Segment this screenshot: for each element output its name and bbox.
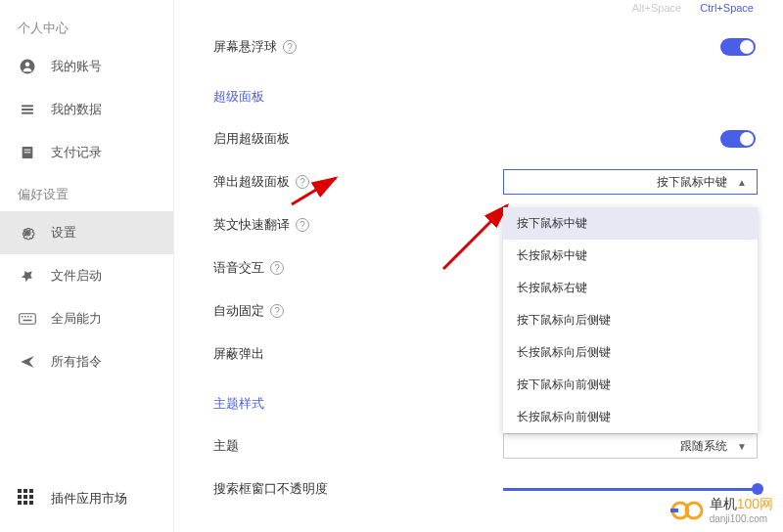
data-icon — [18, 100, 37, 119]
dropdown-option[interactable]: 按下鼠标向前侧键 — [503, 369, 758, 401]
svg-rect-12 — [27, 316, 29, 318]
shortcut-hints: Alt+Space Ctrl+Space — [632, 2, 754, 14]
super-panel-section: 超级面板 — [213, 88, 763, 106]
chevron-up-icon: ▲ — [737, 177, 747, 188]
popup-super-panel-label: 弹出超级面板 — [213, 173, 290, 191]
svg-rect-21 — [18, 501, 22, 505]
svg-rect-9 — [20, 314, 36, 325]
sidebar-item-label: 所有指令 — [51, 353, 102, 371]
gear-icon — [18, 223, 37, 243]
floating-ball-toggle[interactable] — [720, 38, 756, 56]
floating-ball-label: 屏幕悬浮球 — [213, 38, 277, 56]
help-icon[interactable]: ? — [270, 304, 284, 318]
svg-point-1 — [25, 63, 30, 67]
logo-icon — [670, 499, 704, 522]
svg-rect-14 — [23, 320, 32, 322]
svg-rect-16 — [23, 489, 27, 493]
watermark-url: danji100.com — [710, 513, 773, 524]
sidebar-item-label: 全局能力 — [51, 310, 102, 328]
sidebar-item-label: 我的账号 — [51, 58, 102, 75]
plugin-market[interactable]: 插件应用市场 — [0, 477, 174, 520]
svg-rect-23 — [29, 501, 33, 505]
sidebar-item-data[interactable]: 我的数据 — [0, 88, 173, 131]
dropdown-option[interactable]: 长按鼠标右键 — [503, 272, 758, 304]
svg-rect-3 — [22, 109, 33, 111]
dropdown-option[interactable]: 长按鼠标向前侧键 — [503, 401, 758, 433]
screen-popup-label: 屏蔽弹出 — [213, 345, 264, 363]
svg-point-8 — [25, 231, 30, 236]
setting-popup-super-panel: 弹出超级面板? 按下鼠标中键 ▲ — [213, 160, 763, 203]
svg-rect-2 — [22, 105, 33, 107]
help-icon[interactable]: ? — [270, 261, 284, 275]
setting-floating-ball: 屏幕悬浮球? — [213, 25, 763, 68]
receipt-icon — [18, 143, 37, 162]
svg-rect-15 — [18, 489, 22, 493]
alt-shortcut: Alt+Space — [632, 2, 681, 14]
dropdown-option[interactable]: 按下鼠标向后侧键 — [503, 304, 758, 336]
rocket-icon — [18, 266, 37, 286]
chevron-down-icon: ▼ — [737, 441, 747, 452]
watermark-brand: 单机100网 — [710, 496, 773, 513]
enable-super-panel-label: 启用超级面板 — [213, 130, 290, 148]
keyboard-icon — [18, 309, 37, 329]
plugin-market-label: 插件应用市场 — [51, 490, 127, 508]
search-opacity-label: 搜索框窗口不透明度 — [213, 480, 328, 498]
apps-icon — [18, 489, 37, 509]
help-icon[interactable]: ? — [283, 40, 297, 54]
section-preferences: 偏好设置 — [0, 174, 173, 211]
sidebar-item-global[interactable]: 全局能力 — [0, 297, 173, 340]
voice-interact-label: 语音交互 — [213, 259, 264, 277]
send-icon — [18, 352, 37, 372]
sidebar: 个人中心 我的账号 我的数据 支付记录 偏好设置 设置 文件启动 全局能力 所有 — [0, 0, 174, 532]
sidebar-item-label: 设置 — [51, 224, 76, 242]
sidebar-item-settings[interactable]: 设置 — [0, 211, 173, 254]
svg-rect-17 — [29, 489, 33, 493]
ctrl-shortcut: Ctrl+Space — [700, 2, 754, 14]
opacity-slider[interactable] — [503, 488, 758, 491]
content-area: Alt+Space Ctrl+Space 屏幕悬浮球? 超级面板 启用超级面板 … — [174, 0, 783, 532]
quick-translate-label: 英文快速翻译 — [213, 216, 290, 234]
popup-trigger-dropdown[interactable]: 按下鼠标中键 ▲ — [503, 169, 758, 195]
svg-rect-19 — [23, 495, 27, 499]
dropdown-menu: 按下鼠标中键 长按鼠标中键 长按鼠标右键 按下鼠标向后侧键 长按鼠标向后侧键 按… — [503, 207, 758, 433]
theme-dropdown[interactable]: 跟随系统 ▼ — [503, 433, 758, 459]
svg-rect-10 — [22, 316, 23, 318]
svg-rect-7 — [24, 152, 31, 153]
watermark: 单机100网 danji100.com — [670, 496, 773, 524]
svg-rect-11 — [24, 316, 26, 318]
sidebar-item-label: 支付记录 — [51, 144, 102, 161]
help-icon[interactable]: ? — [296, 218, 309, 232]
sidebar-item-account[interactable]: 我的账号 — [0, 45, 173, 88]
auto-fixed-label: 自动固定 — [213, 302, 264, 320]
setting-enable-super-panel: 启用超级面板 — [213, 117, 763, 160]
dropdown-option[interactable]: 长按鼠标向后侧键 — [503, 336, 758, 369]
help-icon[interactable]: ? — [296, 175, 309, 189]
sidebar-item-label: 我的数据 — [51, 101, 102, 118]
dropdown-option[interactable]: 按下鼠标中键 — [503, 207, 758, 240]
enable-super-panel-toggle[interactable] — [720, 130, 756, 148]
sidebar-item-file-launch[interactable]: 文件启动 — [0, 254, 173, 297]
sidebar-item-label: 文件启动 — [51, 267, 102, 285]
dropdown-selected: 跟随系统 — [680, 438, 727, 455]
dropdown-selected: 按下鼠标中键 — [657, 174, 727, 191]
svg-rect-6 — [24, 150, 31, 151]
svg-rect-30 — [670, 509, 678, 512]
svg-rect-4 — [22, 112, 33, 114]
sidebar-item-commands[interactable]: 所有指令 — [0, 340, 173, 383]
account-icon — [18, 57, 37, 76]
sidebar-item-payment[interactable]: 支付记录 — [0, 131, 173, 174]
svg-rect-22 — [23, 501, 27, 505]
svg-rect-20 — [29, 495, 33, 499]
dropdown-option[interactable]: 长按鼠标中键 — [503, 240, 758, 272]
svg-rect-18 — [18, 495, 22, 499]
section-personal-center: 个人中心 — [0, 8, 173, 45]
theme-label: 主题 — [213, 437, 239, 455]
svg-rect-13 — [30, 316, 32, 318]
